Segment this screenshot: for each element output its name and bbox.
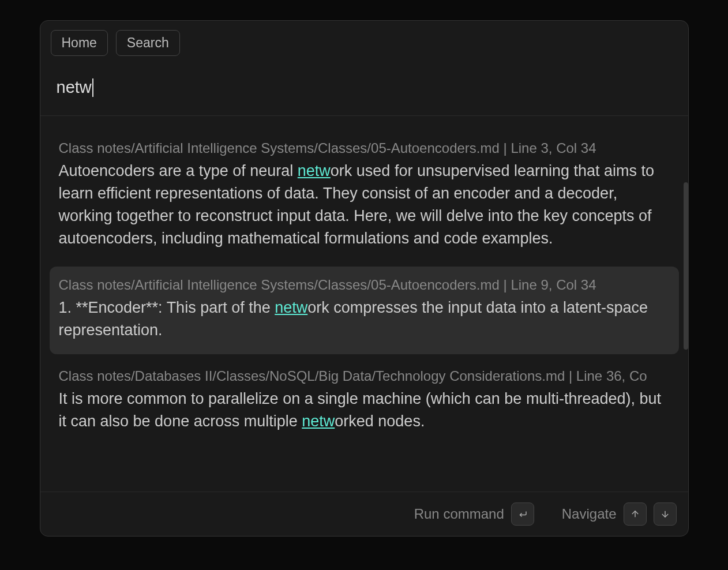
result-text-before: 1. **Encoder**: This part of the: [59, 299, 275, 316]
results-list[interactable]: Class notes/Artificial Intelligence Syst…: [40, 116, 688, 492]
enter-key-button[interactable]: [511, 502, 534, 526]
arrow-down-button[interactable]: [654, 502, 677, 526]
command-palette: Home Search netw Class notes/Artificial …: [40, 20, 689, 537]
navigate-action: Navigate: [562, 502, 677, 526]
navigate-label: Navigate: [562, 506, 617, 522]
search-result-item[interactable]: Class notes/Databases II/Classes/NoSQL/B…: [50, 358, 679, 445]
result-match-highlight: netw: [275, 299, 307, 316]
search-input[interactable]: netw: [57, 78, 93, 97]
result-match-highlight: netw: [302, 412, 335, 430]
result-match-highlight: netw: [298, 162, 331, 179]
run-command-action: Run command: [414, 502, 534, 526]
scrollbar[interactable]: [684, 182, 688, 350]
result-text-before: Autoencoders are a type of neural: [59, 162, 298, 179]
result-text: Autoencoders are a type of neural networ…: [59, 160, 670, 250]
palette-footer: Run command Navigate: [40, 492, 688, 536]
result-path: Class notes/Databases II/Classes/NoSQL/B…: [59, 368, 670, 384]
result-path: Class notes/Artificial Intelligence Syst…: [59, 140, 670, 156]
search-result-item[interactable]: Class notes/Artificial Intelligence Syst…: [50, 267, 679, 354]
search-query-text: netw: [57, 78, 92, 97]
result-text-after: orked nodes.: [335, 412, 425, 430]
arrow-down-icon: [660, 509, 670, 519]
palette-header: Home Search netw: [40, 21, 688, 115]
enter-icon: [517, 509, 528, 519]
arrow-up-button[interactable]: [624, 502, 647, 526]
search-result-item[interactable]: Class notes/Artificial Intelligence Syst…: [50, 130, 679, 263]
search-input-wrapper[interactable]: netw: [51, 72, 678, 111]
arrow-up-icon: [630, 509, 640, 519]
result-text: It is more common to parallelize on a si…: [59, 388, 670, 433]
run-command-label: Run command: [414, 506, 504, 522]
breadcrumb-search[interactable]: Search: [116, 30, 180, 56]
result-path: Class notes/Artificial Intelligence Syst…: [59, 277, 670, 293]
breadcrumb-home[interactable]: Home: [51, 30, 108, 56]
breadcrumbs: Home Search: [51, 30, 678, 56]
result-text: 1. **Encoder**: This part of the network…: [59, 297, 670, 342]
text-cursor: [92, 78, 93, 97]
